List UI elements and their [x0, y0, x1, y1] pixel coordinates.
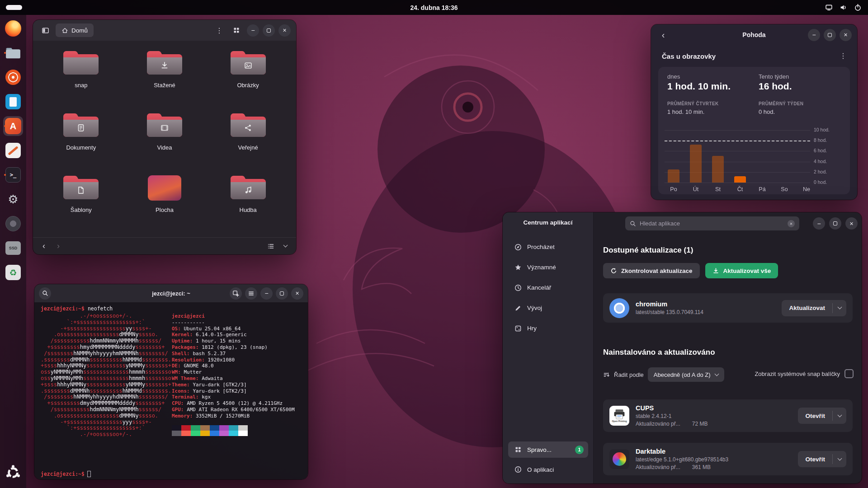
- dock-item-settings[interactable]: ⚙: [3, 189, 23, 209]
- system-status-area[interactable]: [825, 4, 862, 11]
- files-titlebar[interactable]: Domů ⋮ − ×: [33, 20, 296, 41]
- list-view-icon[interactable]: [264, 240, 277, 253]
- open-button[interactable]: Otevřít: [798, 408, 846, 424]
- menu-kebab-icon[interactable]: ⋮: [212, 23, 226, 37]
- sidebar-item-label: Procházet: [527, 244, 555, 250]
- chart-gridline: [665, 172, 810, 173]
- firefox-icon: [5, 20, 21, 37]
- breadcrumb[interactable]: Domů: [56, 23, 94, 37]
- dock-item-software-updater[interactable]: ♻: [3, 263, 23, 282]
- sidebar-toggle-icon[interactable]: [38, 23, 52, 37]
- chromium-icon: [609, 298, 629, 318]
- open-button[interactable]: Otevřít: [798, 451, 846, 467]
- chart-bar-St: [712, 156, 724, 183]
- file-item-6[interactable]: Šablony: [62, 174, 100, 236]
- folder-label: Dokumenty: [66, 144, 96, 151]
- maximize-button[interactable]: [824, 29, 836, 41]
- screen-share-icon: [825, 4, 833, 11]
- minimize-button[interactable]: −: [260, 287, 273, 300]
- menu-icon[interactable]: [245, 287, 257, 300]
- minimize-button[interactable]: −: [247, 24, 259, 37]
- sidebar-item-label: Kancelář: [527, 284, 551, 291]
- dock-item-firefox[interactable]: [3, 19, 23, 38]
- terminal-output[interactable]: jezci@jezci:~$ neofetch .-/+oossssoo+/-.…: [34, 302, 308, 479]
- dock: A>_⚙SSD♻: [0, 15, 26, 488]
- chart-xlabel: St: [707, 186, 729, 192]
- sidebar-item-clock[interactable]: Kancelář: [503, 277, 593, 298]
- file-item-4[interactable]: Videa: [146, 111, 184, 174]
- sidebar-item-compass[interactable]: Procházet: [503, 237, 593, 257]
- back-icon[interactable]: ‹: [38, 240, 50, 253]
- menu-kebab-icon[interactable]: ⋮: [836, 49, 850, 62]
- file-item-1[interactable]: Stažené: [146, 49, 184, 111]
- dock-item-terminal[interactable]: >_: [3, 165, 23, 185]
- refresh-icon: [610, 267, 617, 274]
- sidebar-item-games[interactable]: Hry: [503, 318, 593, 338]
- app-version: latest/edge 5.1.0+git680.gbe978514b3: [636, 456, 798, 463]
- button-label: Aktualizovat vše: [723, 267, 771, 274]
- file-item-3[interactable]: Dokumenty: [62, 111, 100, 174]
- running-indicator: [4, 125, 6, 127]
- chart-xlabel: Ne: [796, 186, 817, 192]
- dock-item-disk-utility[interactable]: [3, 214, 23, 234]
- maximize-button[interactable]: [829, 217, 841, 230]
- update-button[interactable]: Aktualizovat: [782, 300, 846, 316]
- view-grid-icon[interactable]: [230, 23, 243, 37]
- minimize-button[interactable]: −: [808, 29, 820, 41]
- dock-item-files[interactable]: [3, 43, 23, 63]
- file-item-0[interactable]: snap: [62, 49, 100, 111]
- maximize-button[interactable]: [276, 287, 288, 300]
- file-item-7[interactable]: Plocha: [148, 174, 181, 236]
- minimize-button[interactable]: −: [813, 217, 825, 230]
- close-button[interactable]: ×: [278, 24, 291, 37]
- close-button[interactable]: ×: [845, 217, 858, 230]
- grid-icon: [514, 446, 522, 453]
- file-item-8[interactable]: Hudba: [229, 174, 267, 236]
- clock[interactable]: 24. dubna 18:36: [0, 4, 868, 11]
- app-card-darktable[interactable]: Darktablelatest/edge 5.1.0+git680.gbe978…: [603, 443, 853, 475]
- file-item-5[interactable]: Veřejné: [229, 111, 267, 174]
- document-emblem-icon: [76, 123, 85, 132]
- info-icon: [514, 466, 522, 473]
- file-item-2[interactable]: Obrázky: [229, 49, 267, 111]
- terminal-titlebar[interactable]: jezci@jezci: ~ − ×: [34, 284, 308, 302]
- sidebar-item-manage[interactable]: Spravo... 1: [508, 441, 588, 458]
- sort-icon: [603, 371, 610, 378]
- maximize-button[interactable]: [263, 24, 275, 37]
- new-tab-icon[interactable]: [230, 287, 242, 300]
- check-updates-button[interactable]: Zkontrolovat aktualizace: [603, 263, 700, 278]
- chevron-down-icon[interactable]: [279, 240, 292, 253]
- chevron-down-icon[interactable]: [833, 307, 846, 309]
- app-card-chromium[interactable]: chromiumlatest/stable 135.0.7049.114Aktu…: [603, 293, 853, 323]
- sidebar-item-star[interactable]: Významné: [503, 257, 593, 277]
- clear-search-icon[interactable]: ×: [788, 220, 795, 227]
- dock-item-libreoffice[interactable]: [3, 92, 23, 112]
- folder-icon: [146, 49, 184, 78]
- search-input[interactable]: Hledat aplikace ×: [625, 216, 799, 230]
- sort-dropdown[interactable]: Abecedně (od A do Z): [648, 367, 724, 382]
- update-all-button[interactable]: Aktualizovat vše: [705, 263, 778, 278]
- sidebar-item-about[interactable]: O aplikaci: [508, 462, 588, 477]
- chevron-down-icon[interactable]: [833, 415, 846, 417]
- dock-item-show-apps[interactable]: [3, 463, 23, 483]
- dock-item-app-center[interactable]: A: [3, 116, 23, 136]
- close-button[interactable]: ×: [840, 29, 852, 41]
- folder-icon: [229, 111, 267, 140]
- snap-toggle-checkbox[interactable]: [844, 369, 854, 378]
- software-updater-icon: ♻: [5, 265, 21, 280]
- screen-time-heading: Čas u obrazovky: [662, 52, 716, 60]
- app-name: chromium: [636, 300, 782, 308]
- folder-label: Veřejné: [238, 144, 258, 151]
- close-button[interactable]: ×: [291, 287, 303, 300]
- sidebar-item-label: Hry: [527, 325, 537, 332]
- dock-item-text-editor[interactable]: [3, 141, 23, 160]
- terminal-palette-row: [172, 425, 295, 431]
- dock-item-ssd-drive[interactable]: SSD: [3, 238, 23, 258]
- breadcrumb-label: Domů: [71, 27, 88, 34]
- chevron-down-icon[interactable]: [833, 459, 846, 460]
- forward-icon[interactable]: ›: [52, 240, 65, 253]
- app-card-cups[interactable]: Open PrintingCUPSstable 2.4.12-1Aktualiz…: [603, 399, 853, 432]
- sidebar-item-pencil[interactable]: Vývoj: [503, 298, 593, 318]
- dock-item-media-player[interactable]: [3, 67, 23, 87]
- wellbeing-titlebar[interactable]: ‹ Pohoda − ×: [651, 24, 857, 45]
